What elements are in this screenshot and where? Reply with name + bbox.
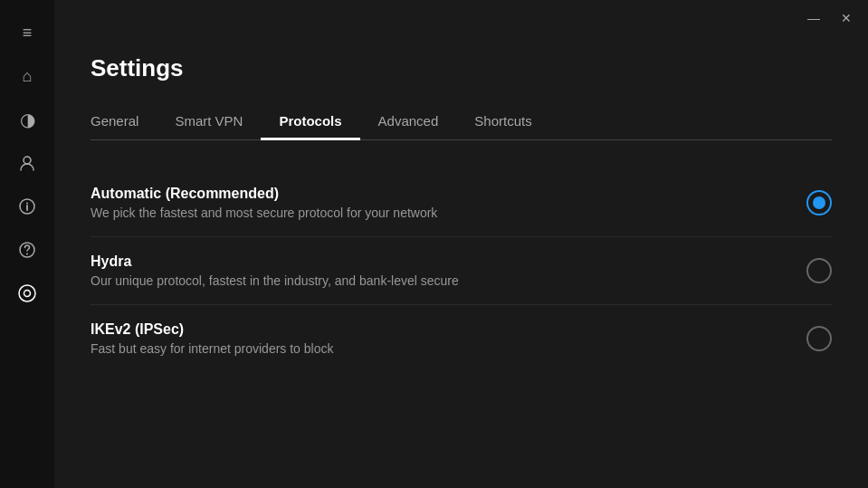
tab-advanced[interactable]: Advanced bbox=[360, 104, 457, 140]
protocol-automatic[interactable]: Automatic (Recommended) We pick the fast… bbox=[91, 169, 832, 237]
close-button[interactable]: ✕ bbox=[832, 5, 861, 31]
radio-automatic[interactable] bbox=[806, 190, 832, 215]
tab-shortcuts[interactable]: Shortcuts bbox=[456, 104, 549, 140]
svg-point-0 bbox=[24, 157, 31, 164]
protocol-desc-hydra: Our unique protocol, fastest in the indu… bbox=[91, 273, 459, 288]
content-area: Settings General Smart VPN Protocols Adv… bbox=[54, 36, 868, 488]
tab-smart-vpn[interactable]: Smart VPN bbox=[157, 104, 261, 140]
svg-point-6 bbox=[19, 285, 35, 301]
radio-ikev2[interactable] bbox=[806, 326, 832, 351]
settings-tabs: General Smart VPN Protocols Advanced Sho… bbox=[91, 104, 832, 140]
profile-icon[interactable] bbox=[9, 145, 45, 181]
main-area: — ✕ Settings General Smart VPN Protocols… bbox=[54, 0, 868, 488]
radio-hydra[interactable] bbox=[806, 258, 832, 283]
menu-icon[interactable]: ≡ bbox=[9, 14, 45, 51]
help-icon[interactable] bbox=[9, 232, 45, 268]
minimize-button[interactable]: — bbox=[799, 5, 828, 31]
tab-general[interactable]: General bbox=[91, 104, 157, 140]
page-title: Settings bbox=[91, 54, 832, 82]
titlebar: — ✕ bbox=[54, 0, 868, 36]
protocol-list: Automatic (Recommended) We pick the fast… bbox=[91, 169, 832, 372]
settings-active-icon[interactable] bbox=[9, 275, 45, 311]
tab-protocols[interactable]: Protocols bbox=[261, 104, 359, 140]
home-icon[interactable]: ⌂ bbox=[9, 58, 45, 94]
svg-point-3 bbox=[26, 203, 28, 205]
speed-icon[interactable]: ◑ bbox=[9, 101, 45, 138]
protocol-hydra[interactable]: Hydra Our unique protocol, fastest in th… bbox=[91, 237, 832, 305]
protocol-name-ikev2: IKEv2 (IPSec) bbox=[91, 321, 333, 338]
protocol-name-hydra: Hydra bbox=[91, 254, 459, 270]
svg-point-7 bbox=[24, 291, 31, 297]
protocol-desc-ikev2: Fast but easy for internet providers to … bbox=[91, 341, 333, 356]
protocol-ikev2[interactable]: IKEv2 (IPSec) Fast but easy for internet… bbox=[91, 305, 832, 372]
protocol-desc-automatic: We pick the fastest and most secure prot… bbox=[91, 206, 437, 220]
sidebar: ≡ ⌂ ◑ bbox=[0, 0, 54, 488]
protocol-name-automatic: Automatic (Recommended) bbox=[91, 186, 437, 202]
svg-point-5 bbox=[26, 254, 28, 255]
info-icon[interactable] bbox=[9, 188, 45, 225]
